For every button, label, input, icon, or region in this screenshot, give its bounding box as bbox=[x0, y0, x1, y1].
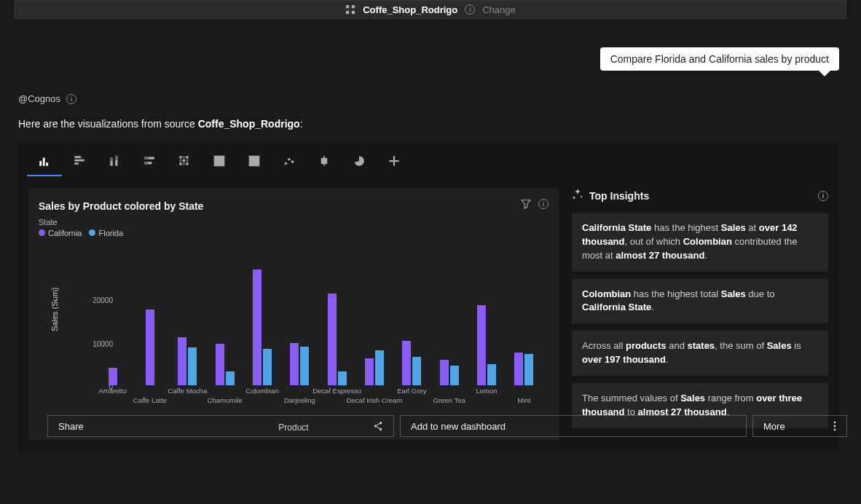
add-icon bbox=[388, 154, 401, 170]
bar-group bbox=[318, 294, 355, 385]
x-tick-label: Colombian bbox=[245, 387, 278, 395]
boxplot-icon bbox=[318, 154, 331, 170]
chart-tab-table[interactable] bbox=[202, 149, 237, 176]
bar[interactable] bbox=[487, 364, 496, 385]
chart-tab-boxplot[interactable] bbox=[307, 149, 342, 176]
bar[interactable] bbox=[412, 357, 421, 385]
insight-card[interactable]: Across all products and states, the sum … bbox=[572, 331, 828, 376]
svg-point-44 bbox=[834, 425, 836, 428]
agent-name: @Cognos bbox=[18, 93, 60, 104]
add-dashboard-button[interactable]: Add to new dashboard bbox=[400, 415, 747, 437]
x-tick-label: Mint bbox=[517, 396, 530, 404]
info-icon[interactable]: i bbox=[538, 199, 549, 209]
x-tick-label: Green Tea bbox=[433, 396, 465, 404]
svg-rect-11 bbox=[110, 157, 112, 161]
svg-point-35 bbox=[288, 157, 291, 160]
chart-tab-column-stacked[interactable] bbox=[97, 149, 132, 176]
sparkle-icon bbox=[572, 189, 583, 202]
bar[interactable] bbox=[109, 368, 117, 385]
x-tick-label: Caffe Latte bbox=[133, 396, 167, 404]
svg-rect-8 bbox=[74, 159, 84, 161]
bar[interactable] bbox=[290, 343, 299, 385]
svg-rect-15 bbox=[144, 157, 149, 159]
svg-rect-21 bbox=[179, 159, 181, 161]
more-button[interactable]: More bbox=[752, 415, 847, 437]
y-axis-label: Sales (Sum) bbox=[50, 287, 59, 331]
bar[interactable] bbox=[188, 347, 197, 385]
chart-tab-bar-vertical[interactable] bbox=[27, 149, 62, 176]
svg-rect-27 bbox=[214, 156, 224, 166]
chart-tab-add[interactable] bbox=[377, 149, 412, 176]
chart-title: Sales by Product colored by State bbox=[39, 200, 549, 212]
source-bar: Coffe_Shop_Rodrigo i Change bbox=[15, 0, 846, 19]
bar[interactable] bbox=[524, 354, 533, 385]
bar[interactable] bbox=[450, 366, 459, 385]
chart-card: Sales by Product colored by State i Stat… bbox=[28, 189, 559, 440]
bar[interactable] bbox=[146, 310, 154, 385]
agent-label: @Cognos i bbox=[18, 93, 76, 104]
bar[interactable] bbox=[226, 371, 235, 385]
bar-stacked-h-icon bbox=[143, 154, 156, 170]
svg-point-43 bbox=[834, 422, 836, 424]
svg-rect-4 bbox=[39, 161, 42, 166]
chart-tab-bar-stacked-h[interactable] bbox=[132, 149, 167, 176]
legend-item[interactable]: California bbox=[39, 229, 82, 237]
svg-rect-13 bbox=[115, 156, 117, 160]
legend-item[interactable]: Florida bbox=[89, 229, 123, 237]
bar[interactable] bbox=[375, 350, 384, 385]
chart-legend: State CaliforniaFlorida bbox=[39, 218, 549, 237]
insight-card[interactable]: California State has the highest Sales a… bbox=[572, 213, 828, 272]
info-icon[interactable]: i bbox=[465, 4, 475, 15]
bar[interactable] bbox=[216, 344, 224, 385]
bar-group bbox=[355, 350, 393, 385]
svg-rect-26 bbox=[186, 162, 188, 165]
share-button[interactable]: Share bbox=[47, 415, 394, 437]
bar[interactable] bbox=[178, 337, 186, 385]
change-source-link[interactable]: Change bbox=[482, 4, 516, 15]
filter-icon[interactable] bbox=[521, 199, 531, 211]
bar[interactable] bbox=[514, 353, 523, 385]
x-tick-label: Caffe Mocha bbox=[168, 387, 207, 395]
bar[interactable] bbox=[263, 349, 272, 385]
chart-tab-donut[interactable] bbox=[342, 149, 377, 176]
info-icon[interactable]: i bbox=[818, 191, 828, 201]
insights-panel: Top Insights i California State has the … bbox=[572, 189, 828, 454]
insight-card[interactable]: Colombian has the highest total Sales du… bbox=[572, 279, 828, 324]
bar-group bbox=[506, 353, 543, 385]
table-icon bbox=[213, 154, 226, 170]
x-tick-label: Decaf Espresso bbox=[312, 387, 361, 395]
bar[interactable] bbox=[338, 371, 347, 385]
chart-tab-scatter[interactable] bbox=[272, 149, 307, 176]
bar[interactable] bbox=[300, 347, 309, 385]
action-bar: Share Add to new dashboard More bbox=[47, 415, 847, 437]
x-tick-label: Decaf Irish Cream bbox=[347, 396, 403, 404]
chart-bars bbox=[94, 269, 543, 385]
svg-rect-3 bbox=[352, 11, 355, 14]
info-icon[interactable]: i bbox=[66, 94, 76, 104]
scatter-icon bbox=[283, 154, 296, 170]
bar-group bbox=[94, 368, 131, 385]
chart-tab-bar-horizontal[interactable] bbox=[62, 149, 97, 176]
svg-rect-2 bbox=[346, 11, 349, 14]
bar[interactable] bbox=[402, 341, 411, 385]
bar[interactable] bbox=[365, 358, 374, 385]
chart-tab-heatmap[interactable] bbox=[167, 149, 202, 176]
bar-group bbox=[169, 337, 206, 385]
chart-tab-grid[interactable] bbox=[237, 149, 272, 176]
svg-rect-1 bbox=[352, 5, 355, 8]
bar[interactable] bbox=[440, 360, 449, 385]
x-tick-label: Earl Grey bbox=[397, 387, 426, 395]
bar-group bbox=[430, 360, 468, 385]
donut-icon bbox=[353, 154, 366, 170]
svg-rect-0 bbox=[346, 5, 349, 8]
svg-point-42 bbox=[380, 428, 382, 431]
svg-rect-22 bbox=[183, 159, 185, 161]
bar[interactable] bbox=[253, 269, 262, 385]
chart-type-tabs bbox=[18, 141, 839, 177]
x-tick-label: Darjeeling bbox=[284, 396, 315, 404]
bar[interactable] bbox=[328, 294, 337, 385]
svg-point-45 bbox=[834, 429, 836, 431]
user-message: Compare Florida and California sales by … bbox=[600, 47, 839, 71]
insights-title: Top Insights bbox=[589, 190, 649, 202]
bar[interactable] bbox=[477, 305, 486, 385]
